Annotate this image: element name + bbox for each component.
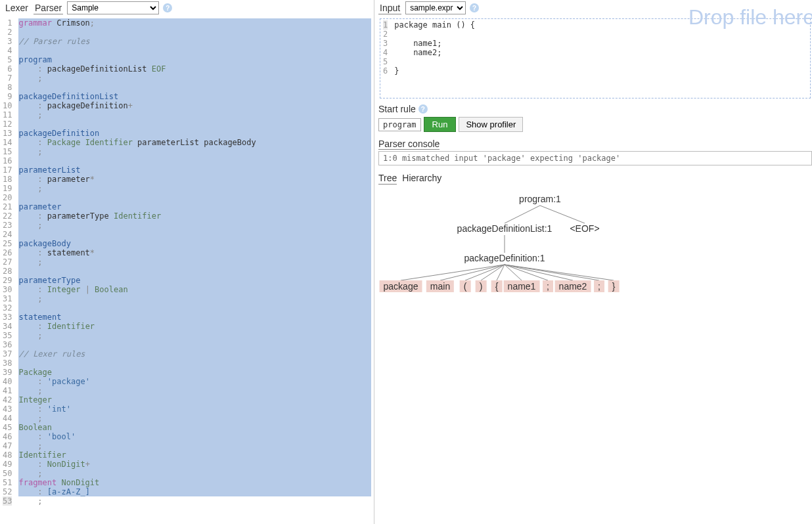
start-rule-value[interactable]: program xyxy=(378,118,421,131)
svg-line-3 xyxy=(401,265,505,280)
parser-console: 1:0 mismatched input 'package' expecting… xyxy=(378,151,812,165)
tab-lexer[interactable]: Lexer xyxy=(4,2,30,14)
tree-leaf[interactable]: ; xyxy=(594,280,604,292)
tree-node[interactable]: packageDefinition:1 xyxy=(464,253,545,263)
svg-line-12 xyxy=(505,265,614,280)
tab-tree[interactable]: Tree xyxy=(378,172,397,185)
help-icon[interactable]: ? xyxy=(163,3,172,12)
tab-hierarchy[interactable]: Hierarchy xyxy=(402,172,441,185)
tree-leaf[interactable]: package xyxy=(380,280,422,292)
tree-leaf[interactable]: name1 xyxy=(504,280,540,292)
parser-console-label: Parser console xyxy=(378,139,440,150)
svg-line-10 xyxy=(505,265,573,280)
tree-leaf[interactable]: main xyxy=(426,280,454,292)
svg-line-0 xyxy=(505,206,540,223)
help-icon[interactable]: ? xyxy=(470,3,479,12)
tree-leaf[interactable]: { xyxy=(491,280,503,292)
tree-leaf[interactable]: ; xyxy=(543,280,553,292)
svg-line-9 xyxy=(505,265,548,280)
svg-line-1 xyxy=(540,206,585,223)
show-profiler-button[interactable]: Show profiler xyxy=(459,117,523,132)
input-select[interactable]: sample.expr xyxy=(405,1,466,14)
tree-leaf[interactable]: ) xyxy=(476,280,487,292)
tree-leaf[interactable]: } xyxy=(608,280,620,292)
run-button[interactable]: Run xyxy=(424,117,457,132)
tab-parser[interactable]: Parser xyxy=(34,2,63,14)
tree-leaf[interactable]: name2 xyxy=(555,280,591,292)
tree-node[interactable]: packageDefinitionList:1 xyxy=(457,223,553,234)
grammar-editor[interactable]: 1234567891011121314151617181920212223242… xyxy=(0,17,374,524)
tree-node[interactable]: <EOF> xyxy=(570,223,599,234)
tree-node[interactable]: program:1 xyxy=(519,194,561,204)
help-icon[interactable]: ? xyxy=(418,104,428,114)
start-rule-label: Start rule xyxy=(378,104,416,114)
svg-line-4 xyxy=(440,265,505,280)
tree-leaf[interactable]: ( xyxy=(460,280,471,292)
parse-tree[interactable]: program:1packageDefinitionList:1<EOF>pac… xyxy=(378,187,812,424)
grammar-select[interactable]: Sample xyxy=(67,1,159,14)
input-label: Input xyxy=(378,2,401,14)
input-editor[interactable]: 123456 package main () { name1; name2; } xyxy=(380,19,810,98)
